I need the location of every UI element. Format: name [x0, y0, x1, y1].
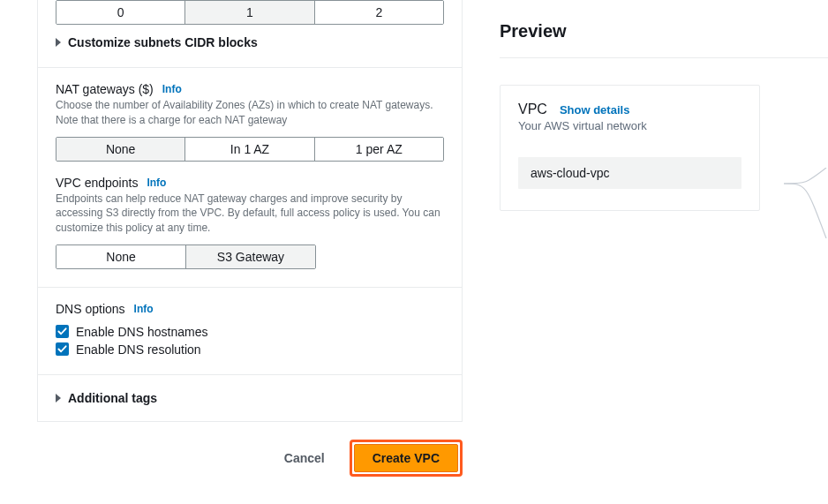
nat-option-per-az[interactable]: 1 per AZ	[315, 138, 443, 161]
caret-right-icon	[56, 394, 61, 402]
preview-subtext: Your AWS virtual network	[518, 119, 741, 132]
endpoints-selector[interactable]: None S3 Gateway	[56, 244, 316, 269]
dns-resolution-checkbox[interactable]	[56, 342, 69, 356]
endpoints-help-text: Endpoints can help reduce NAT gateway ch…	[56, 192, 444, 236]
endpoint-option-s3[interactable]: S3 Gateway	[186, 245, 315, 268]
additional-tags-label: Additional tags	[68, 391, 157, 405]
nat-gateways-title: NAT gateways ($)	[56, 82, 154, 96]
endpoints-info-link[interactable]: Info	[147, 177, 166, 189]
create-vpc-highlight: Create VPC	[350, 440, 463, 477]
nat-option-1az[interactable]: In 1 AZ	[185, 138, 314, 161]
customize-subnets-label: Customize subnets CIDR blocks	[68, 35, 258, 49]
dns-hostnames-label: Enable DNS hostnames	[76, 325, 207, 339]
connector-lines-icon	[784, 168, 828, 238]
nat-option-none[interactable]: None	[56, 138, 185, 161]
additional-tags-toggle[interactable]: Additional tags	[38, 375, 462, 421]
preview-divider	[500, 57, 828, 58]
az-option-2[interactable]: 2	[315, 1, 443, 24]
dns-hostnames-checkbox[interactable]	[56, 325, 69, 338]
az-count-selector[interactable]: 0 1 2	[56, 0, 444, 25]
create-vpc-button[interactable]: Create VPC	[354, 444, 458, 472]
nat-help-text: Choose the number of Availability Zones …	[56, 98, 444, 128]
nat-info-link[interactable]: Info	[162, 83, 182, 95]
checkmark-icon	[57, 344, 67, 354]
az-option-0[interactable]: 0	[56, 1, 185, 24]
endpoints-title: VPC endpoints	[56, 176, 138, 190]
show-details-link[interactable]: Show details	[560, 103, 629, 117]
preview-vpc-name[interactable]: aws-cloud-vpc	[518, 157, 741, 189]
endpoint-option-none[interactable]: None	[56, 245, 186, 268]
az-option-1[interactable]: 1	[185, 1, 314, 24]
caret-right-icon	[56, 38, 61, 47]
preview-vpc-card: VPC Show details Your AWS virtual networ…	[500, 85, 760, 211]
checkmark-icon	[57, 327, 67, 336]
dns-info-link[interactable]: Info	[134, 303, 154, 315]
nat-gateway-selector[interactable]: None In 1 AZ 1 per AZ	[56, 137, 444, 162]
dns-options-title: DNS options	[56, 302, 125, 316]
cancel-button[interactable]: Cancel	[270, 444, 339, 472]
preview-vpc-label: VPC	[518, 102, 547, 117]
preview-heading: Preview	[500, 0, 828, 57]
dns-resolution-label: Enable DNS resolution	[76, 342, 201, 357]
customize-subnets-toggle[interactable]: Customize subnets CIDR blocks	[38, 25, 462, 67]
